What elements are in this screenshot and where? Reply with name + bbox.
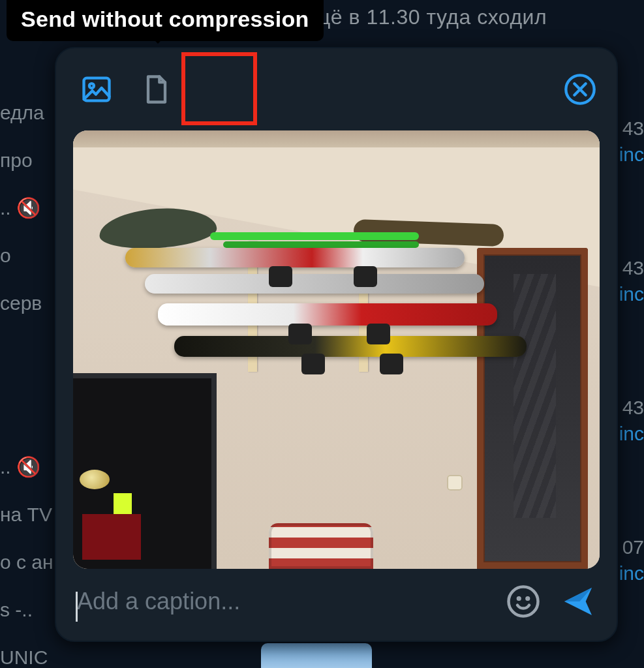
caption-row (56, 569, 617, 641)
emoji-button[interactable] (503, 581, 544, 622)
send-icon (560, 583, 596, 620)
svg-point-1 (89, 84, 94, 88)
smile-icon (506, 584, 541, 619)
chat-fragment-text: .. 🔇 (0, 197, 40, 219)
chat-fragment: .. 🔇 (0, 452, 59, 481)
chat-fragment: едла (0, 98, 59, 127)
send-as-file-button[interactable] (133, 66, 180, 113)
background-thumbnail (261, 643, 372, 668)
chat-fragment: о с ан (0, 547, 59, 577)
chat-fragment: s -.. (0, 595, 59, 624)
background-message-fragment: щё в 11.30 туда сходил (313, 5, 631, 29)
tooltip-send-without-compression: Send without compression (7, 0, 324, 41)
tooltip-text: Send without compression (21, 7, 309, 31)
chat-fragment: о (0, 241, 59, 270)
chat-fragment-text: .. 🔇 (0, 456, 40, 478)
media-attachment-panel (55, 47, 618, 642)
chat-fragment: UNIC (0, 643, 59, 668)
panel-header (56, 48, 617, 130)
send-button[interactable] (558, 581, 598, 622)
caption-input[interactable] (77, 588, 370, 615)
chat-list-fragments: едла про .. 🔇 о серв .. 🔇 на TV о с ан s… (0, 98, 59, 668)
send-as-photo-button[interactable] (73, 66, 120, 113)
svg-point-4 (518, 598, 520, 600)
close-button[interactable] (562, 71, 598, 108)
close-icon (563, 72, 597, 106)
svg-point-3 (509, 587, 538, 616)
attachment-preview-image[interactable] (73, 130, 600, 569)
image-icon (80, 72, 114, 106)
document-icon (140, 72, 174, 106)
chat-fragment: на TV (0, 500, 59, 529)
chat-fragment: .. 🔇 (0, 193, 59, 222)
chat-fragment: про (0, 145, 59, 175)
chat-fragment: серв (0, 288, 59, 318)
svg-point-5 (527, 598, 529, 600)
